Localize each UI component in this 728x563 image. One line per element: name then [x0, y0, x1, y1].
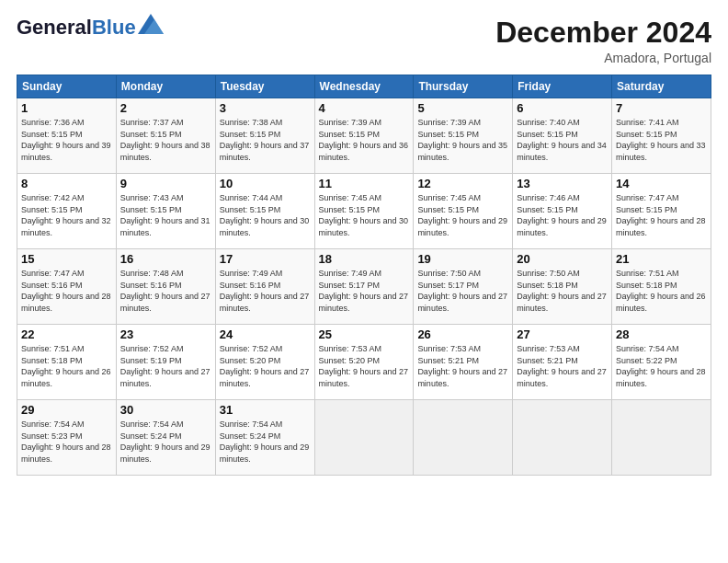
calendar-cell: 29 Sunrise: 7:54 AM Sunset: 5:23 PM Dayl…: [17, 400, 117, 476]
day-number: 15: [21, 252, 112, 266]
day-info: Sunrise: 7:41 AM Sunset: 5:15 PM Dayligh…: [616, 117, 707, 163]
day-number: 21: [616, 252, 707, 266]
day-info: Sunrise: 7:43 AM Sunset: 5:15 PM Dayligh…: [120, 192, 211, 238]
day-info: Sunrise: 7:39 AM Sunset: 5:15 PM Dayligh…: [319, 117, 410, 163]
day-number: 27: [517, 327, 608, 341]
day-info: Sunrise: 7:40 AM Sunset: 5:15 PM Dayligh…: [517, 117, 608, 163]
calendar-header-row: SundayMondayTuesdayWednesdayThursdayFrid…: [17, 75, 711, 98]
logo-general: General: [17, 16, 92, 39]
logo-blue: Blue: [92, 16, 136, 39]
calendar-cell: 14 Sunrise: 7:47 AM Sunset: 5:15 PM Dayl…: [612, 174, 711, 249]
calendar-cell: 19 Sunrise: 7:50 AM Sunset: 5:17 PM Dayl…: [414, 249, 513, 325]
calendar-cell: 17 Sunrise: 7:49 AM Sunset: 5:16 PM Dayl…: [215, 249, 314, 325]
day-number: 9: [120, 177, 211, 190]
day-info: Sunrise: 7:54 AM Sunset: 5:22 PM Dayligh…: [616, 343, 707, 389]
calendar-cell: 26 Sunrise: 7:53 AM Sunset: 5:21 PM Dayl…: [414, 325, 513, 400]
day-number: 7: [616, 101, 707, 115]
day-number: 17: [220, 252, 311, 266]
weekday-header-thursday: Thursday: [414, 75, 513, 98]
calendar-cell: 23 Sunrise: 7:52 AM Sunset: 5:19 PM Dayl…: [116, 325, 215, 400]
calendar-week-3: 15 Sunrise: 7:47 AM Sunset: 5:16 PM Dayl…: [17, 249, 711, 325]
page: GeneralBlue December 2024 Amadora, Portu…: [0, 0, 728, 563]
day-info: Sunrise: 7:36 AM Sunset: 5:15 PM Dayligh…: [21, 117, 112, 163]
day-info: Sunrise: 7:50 AM Sunset: 5:18 PM Dayligh…: [517, 268, 608, 314]
day-info: Sunrise: 7:48 AM Sunset: 5:16 PM Dayligh…: [120, 268, 211, 314]
day-info: Sunrise: 7:51 AM Sunset: 5:18 PM Dayligh…: [21, 343, 112, 389]
day-number: 5: [417, 101, 508, 115]
weekday-header-wednesday: Wednesday: [314, 75, 414, 98]
calendar-cell: [612, 400, 711, 476]
calendar-cell: 8 Sunrise: 7:42 AM Sunset: 5:15 PM Dayli…: [17, 174, 117, 249]
day-info: Sunrise: 7:39 AM Sunset: 5:15 PM Dayligh…: [417, 117, 508, 163]
calendar-cell: 25 Sunrise: 7:53 AM Sunset: 5:20 PM Dayl…: [314, 325, 414, 400]
calendar-cell: 12 Sunrise: 7:45 AM Sunset: 5:15 PM Dayl…: [414, 174, 513, 249]
calendar-cell: 24 Sunrise: 7:52 AM Sunset: 5:20 PM Dayl…: [215, 325, 314, 400]
day-number: 6: [517, 101, 608, 115]
day-number: 25: [319, 327, 410, 341]
calendar-cell: 22 Sunrise: 7:51 AM Sunset: 5:18 PM Dayl…: [17, 325, 117, 400]
day-number: 22: [21, 327, 112, 341]
weekday-header-sunday: Sunday: [17, 75, 117, 98]
day-info: Sunrise: 7:53 AM Sunset: 5:21 PM Dayligh…: [517, 343, 608, 389]
day-number: 26: [417, 327, 508, 341]
calendar-cell: [414, 400, 513, 476]
month-title: December 2024: [495, 17, 711, 49]
location: Amadora, Portugal: [495, 51, 711, 65]
weekday-header-saturday: Saturday: [612, 75, 711, 98]
day-info: Sunrise: 7:37 AM Sunset: 5:15 PM Dayligh…: [120, 117, 211, 163]
calendar-cell: 4 Sunrise: 7:39 AM Sunset: 5:15 PM Dayli…: [314, 98, 414, 174]
weekday-header-tuesday: Tuesday: [215, 75, 314, 98]
day-number: 28: [616, 327, 707, 341]
calendar-cell: 1 Sunrise: 7:36 AM Sunset: 5:15 PM Dayli…: [17, 98, 117, 174]
calendar-cell: 16 Sunrise: 7:48 AM Sunset: 5:16 PM Dayl…: [116, 249, 215, 325]
day-number: 10: [220, 177, 311, 190]
calendar-cell: 7 Sunrise: 7:41 AM Sunset: 5:15 PM Dayli…: [612, 98, 711, 174]
day-info: Sunrise: 7:45 AM Sunset: 5:15 PM Dayligh…: [417, 192, 508, 238]
day-number: 3: [220, 101, 311, 115]
day-info: Sunrise: 7:54 AM Sunset: 5:24 PM Dayligh…: [120, 419, 211, 465]
calendar-week-2: 8 Sunrise: 7:42 AM Sunset: 5:15 PM Dayli…: [17, 174, 711, 249]
title-area: December 2024 Amadora, Portugal: [495, 17, 711, 65]
calendar-cell: 30 Sunrise: 7:54 AM Sunset: 5:24 PM Dayl…: [116, 400, 215, 476]
calendar-cell: 31 Sunrise: 7:54 AM Sunset: 5:24 PM Dayl…: [215, 400, 314, 476]
calendar-cell: 18 Sunrise: 7:49 AM Sunset: 5:17 PM Dayl…: [314, 249, 414, 325]
header: GeneralBlue December 2024 Amadora, Portu…: [17, 17, 711, 65]
day-info: Sunrise: 7:51 AM Sunset: 5:18 PM Dayligh…: [616, 268, 707, 314]
day-info: Sunrise: 7:52 AM Sunset: 5:20 PM Dayligh…: [220, 343, 311, 389]
day-number: 4: [319, 101, 410, 115]
calendar-cell: 15 Sunrise: 7:47 AM Sunset: 5:16 PM Dayl…: [17, 249, 117, 325]
day-info: Sunrise: 7:47 AM Sunset: 5:16 PM Dayligh…: [21, 268, 112, 314]
calendar-cell: 5 Sunrise: 7:39 AM Sunset: 5:15 PM Dayli…: [414, 98, 513, 174]
calendar-cell: [314, 400, 414, 476]
calendar-table: SundayMondayTuesdayWednesdayThursdayFrid…: [17, 75, 711, 476]
day-number: 12: [417, 177, 508, 190]
day-number: 31: [220, 403, 311, 417]
day-number: 2: [120, 101, 211, 115]
day-number: 18: [319, 252, 410, 266]
calendar-cell: 21 Sunrise: 7:51 AM Sunset: 5:18 PM Dayl…: [612, 249, 711, 325]
day-info: Sunrise: 7:47 AM Sunset: 5:15 PM Dayligh…: [616, 192, 707, 238]
calendar-cell: 6 Sunrise: 7:40 AM Sunset: 5:15 PM Dayli…: [513, 98, 612, 174]
day-info: Sunrise: 7:49 AM Sunset: 5:17 PM Dayligh…: [319, 268, 410, 314]
day-number: 8: [21, 177, 112, 190]
day-info: Sunrise: 7:44 AM Sunset: 5:15 PM Dayligh…: [220, 192, 311, 238]
calendar-cell: 27 Sunrise: 7:53 AM Sunset: 5:21 PM Dayl…: [513, 325, 612, 400]
calendar-cell: 10 Sunrise: 7:44 AM Sunset: 5:15 PM Dayl…: [215, 174, 314, 249]
day-number: 23: [120, 327, 211, 341]
day-number: 1: [21, 101, 112, 115]
day-info: Sunrise: 7:50 AM Sunset: 5:17 PM Dayligh…: [417, 268, 508, 314]
day-number: 13: [517, 177, 608, 190]
calendar-cell: 3 Sunrise: 7:38 AM Sunset: 5:15 PM Dayli…: [215, 98, 314, 174]
calendar-week-4: 22 Sunrise: 7:51 AM Sunset: 5:18 PM Dayl…: [17, 325, 711, 400]
day-number: 16: [120, 252, 211, 266]
calendar-cell: 28 Sunrise: 7:54 AM Sunset: 5:22 PM Dayl…: [612, 325, 711, 400]
day-info: Sunrise: 7:45 AM Sunset: 5:15 PM Dayligh…: [319, 192, 410, 238]
day-number: 14: [616, 177, 707, 190]
day-number: 30: [120, 403, 211, 417]
day-info: Sunrise: 7:54 AM Sunset: 5:24 PM Dayligh…: [220, 419, 311, 465]
day-info: Sunrise: 7:54 AM Sunset: 5:23 PM Dayligh…: [21, 419, 112, 465]
day-info: Sunrise: 7:53 AM Sunset: 5:20 PM Dayligh…: [319, 343, 410, 389]
calendar-cell: [513, 400, 612, 476]
logo-text: GeneralBlue: [17, 17, 136, 39]
logo-icon: [138, 14, 164, 34]
